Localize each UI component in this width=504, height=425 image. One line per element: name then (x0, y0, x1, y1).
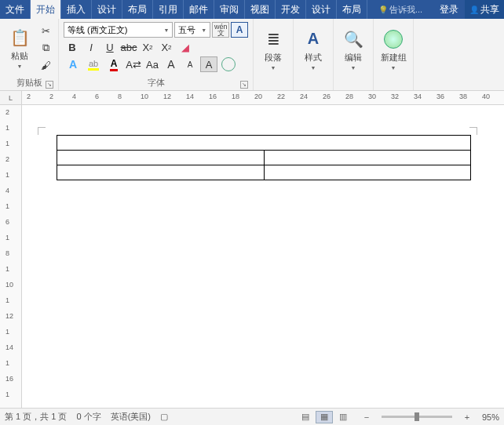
read-mode-button[interactable]: ▤ (297, 411, 314, 423)
character-border-button[interactable]: A (231, 22, 248, 38)
tab-design2[interactable]: 设计 (306, 0, 337, 19)
language-status[interactable]: 英语(美国) (111, 411, 151, 423)
styles-button[interactable]: A样式▼ (297, 20, 330, 78)
share-button[interactable]: 共享 (465, 0, 504, 19)
group-styles: A样式▼ (294, 19, 334, 90)
phonetic-guide-button[interactable]: wén文 (212, 22, 229, 38)
ribbon: 📋 粘贴 ▼ ✂ ⧉ 🖌 剪贴板↘ 等线 (西文正文)▼ 五号▼ wén文 A … (0, 19, 504, 91)
search-icon: 🔍 (342, 28, 364, 50)
paste-button[interactable]: 📋 粘贴 ▼ (3, 20, 36, 75)
margin-mark (38, 127, 46, 135)
tab-layout2[interactable]: 布局 (337, 0, 367, 19)
clipboard-launcher[interactable]: ↘ (46, 81, 53, 89)
brush-icon: 🖌 (41, 60, 51, 71)
table-row (57, 136, 471, 151)
superscript-button[interactable]: X2 (158, 39, 175, 55)
group-font: 等线 (西文正文)▼ 五号▼ wén文 A B I U abc X2 X2 ◢ … (59, 19, 254, 90)
web-layout-button[interactable]: ▥ (334, 411, 352, 423)
zoom-slider[interactable] (382, 416, 452, 418)
tab-view[interactable]: 视图 (245, 0, 276, 19)
underline-button[interactable]: U (101, 39, 119, 55)
page-status[interactable]: 第 1 页，共 1 页 (5, 411, 67, 423)
tab-mailings[interactable]: 邮件 (184, 0, 214, 19)
copy-icon: ⧉ (42, 42, 49, 54)
tab-home[interactable]: 开始 (31, 0, 61, 19)
macro-icon[interactable]: ▢ (160, 412, 168, 422)
font-color-button[interactable]: A (104, 56, 123, 72)
change-case-button[interactable]: Aa (144, 56, 161, 72)
horizontal-ruler[interactable]: L 2246810121416182022242628303234363840 (0, 91, 504, 105)
font-name-select[interactable]: 等线 (西文正文)▼ (64, 22, 173, 38)
chevron-down-icon: ▼ (201, 27, 206, 33)
font-launcher[interactable]: ↘ (240, 81, 248, 89)
chevron-down-icon: ▼ (391, 65, 396, 71)
scissors-icon: ✂ (42, 25, 50, 37)
highlight-button[interactable]: ab (84, 56, 103, 72)
group-newgroup: 新建组▼ (374, 19, 414, 90)
print-layout-button[interactable]: ▦ (316, 411, 333, 423)
tab-file[interactable]: 文件 (0, 0, 31, 19)
strikethrough-button[interactable]: abc (120, 39, 137, 55)
cut-button[interactable]: ✂ (38, 23, 53, 38)
chevron-down-icon: ▼ (311, 65, 316, 71)
group-editing: 🔍编辑▼ (334, 19, 374, 90)
enclose-char-button[interactable] (219, 56, 238, 72)
circle-icon (382, 28, 404, 50)
chevron-down-icon: ▼ (163, 27, 169, 33)
table-row (57, 165, 471, 180)
chevron-down-icon: ▼ (351, 65, 356, 71)
grow-font-button[interactable]: A (163, 56, 180, 72)
tab-developer[interactable]: 开发 (276, 0, 306, 19)
paragraph-button[interactable]: ≣段落▼ (257, 20, 290, 78)
table-row (57, 151, 471, 165)
view-buttons: ▤ ▦ ▥ (297, 411, 352, 423)
paste-label: 粘贴 (11, 50, 28, 62)
char-scale-button[interactable]: A⇄ (125, 56, 142, 72)
newgroup-button[interactable]: 新建组▼ (377, 20, 410, 78)
zoom-in-button[interactable]: + (462, 412, 473, 422)
zoom-thumb[interactable] (415, 412, 419, 421)
status-bar: 第 1 页，共 1 页 0 个字 英语(美国) ▢ ▤ ▦ ▥ − + 95% (0, 408, 504, 425)
clipboard-icon: 📋 (9, 27, 31, 49)
chevron-down-icon: ▼ (17, 64, 23, 69)
word-count[interactable]: 0 个字 (76, 411, 100, 423)
tab-references[interactable]: 引用 (153, 0, 184, 19)
clear-format-button[interactable]: ◢ (177, 39, 194, 55)
styles-icon: A (302, 28, 324, 50)
zoom-out-button[interactable]: − (361, 412, 372, 422)
ruler-corner: L (0, 91, 22, 104)
margin-mark (469, 127, 477, 135)
ribbon-tabs: 文件 开始 插入 设计 布局 引用 邮件 审阅 视图 开发 设计 布局 告诉我.… (0, 0, 504, 19)
group-paragraph: ≣段落▼ (254, 19, 294, 90)
shrink-font-button[interactable]: A (181, 56, 199, 72)
tab-design[interactable]: 设计 (92, 0, 122, 19)
tab-insert[interactable]: 插入 (61, 0, 92, 19)
text-effects-button[interactable]: A (64, 56, 82, 72)
tab-layout[interactable]: 布局 (122, 0, 153, 19)
subscript-button[interactable]: X2 (139, 39, 156, 55)
login-button[interactable]: 登录 (433, 0, 465, 19)
tab-review[interactable]: 审阅 (214, 0, 245, 19)
document-table[interactable] (57, 135, 471, 180)
font-size-select[interactable]: 五号▼ (174, 22, 210, 38)
document-page[interactable] (22, 105, 504, 408)
vertical-ruler[interactable]: 21121416181101121141161 (0, 105, 22, 408)
chevron-down-icon: ▼ (271, 65, 276, 71)
char-shading-button[interactable]: A (200, 56, 217, 72)
tell-me-input[interactable]: 告诉我... (367, 0, 433, 19)
italic-button[interactable]: I (82, 39, 100, 55)
editing-button[interactable]: 🔍编辑▼ (337, 20, 370, 78)
clipboard-group-label: 剪贴板 (16, 78, 42, 87)
bold-button[interactable]: B (64, 39, 81, 55)
copy-button[interactable]: ⧉ (38, 40, 53, 56)
zoom-level[interactable]: 95% (482, 412, 499, 422)
paragraph-icon: ≣ (262, 28, 284, 50)
font-group-label: 字体 (148, 78, 165, 87)
format-painter-button[interactable]: 🖌 (38, 57, 53, 73)
group-clipboard: 📋 粘贴 ▼ ✂ ⧉ 🖌 剪贴板↘ (0, 19, 59, 90)
